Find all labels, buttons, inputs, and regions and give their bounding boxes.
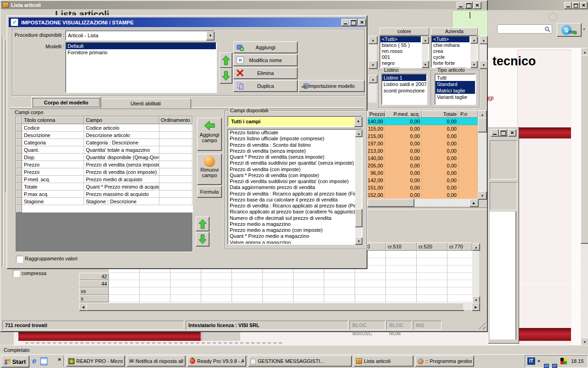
- model-move-down-button[interactable]: [220, 68, 232, 84]
- scroll-up-icon[interactable]: ▲: [368, 36, 378, 44]
- row-selector[interactable]: [16, 139, 22, 146]
- lista-minimize-button[interactable]: [457, 2, 465, 9]
- list-item[interactable]: Prezzi di vendita suddivisi per quantita…: [228, 160, 355, 166]
- search-icon[interactable]: [542, 25, 552, 33]
- messenger-close-button[interactable]: ✕: [508, 129, 516, 137]
- col-ordinamento[interactable]: Ordinamento: [159, 116, 192, 124]
- row-selector[interactable]: [16, 154, 22, 161]
- scroll-down-icon[interactable]: ▼: [478, 191, 487, 200]
- size-col-3[interactable]: cr.770: [447, 242, 472, 251]
- procedure-combobox[interactable]: Articoli - Lista: [65, 30, 215, 40]
- list-item[interactable]: Prezzi di vendita suddivisi per quantita…: [228, 178, 355, 184]
- tab-corpo-del-modello[interactable]: Corpo del modello: [31, 97, 101, 109]
- lista-titlebar[interactable]: Lista articoli: [1, 1, 487, 9]
- size-col-2[interactable]: cr.520: [417, 242, 447, 251]
- row-selector[interactable]: [16, 124, 22, 132]
- task-readypro-web[interactable]: READY PRO - Microsoft ...: [66, 356, 125, 367]
- list-item[interactable]: Prezzo base da cui calcolare il prezzo d…: [228, 197, 355, 203]
- size-col-1[interactable]: cr.510: [386, 242, 417, 251]
- row-selector[interactable]: [16, 146, 22, 154]
- browser-close-button[interactable]: ✕: [580, 2, 588, 9]
- table-row[interactable]: 140,00 0,00 0,00: [368, 118, 478, 125]
- list-item[interactable]: Prezzo di vendita (senza imposte): [228, 148, 355, 154]
- aggiungi-campo-button[interactable]: Aggiungi campo: [197, 118, 222, 151]
- tray-app-icon[interactable]: [560, 358, 567, 364]
- row-header[interactable]: xs: [79, 288, 109, 295]
- table-row[interactable]: 197,00 0,00 0,00: [368, 140, 478, 147]
- list-item[interactable]: Data aggiornamento prezzo di vendita: [228, 184, 355, 190]
- ie-icon[interactable]: e: [32, 357, 36, 365]
- table-row[interactable]: Totale Quant * Prezzo minimo di acquisto: [16, 183, 192, 190]
- list-item[interactable]: forte forte: [432, 60, 469, 66]
- size-grid-hscroll-thumb[interactable]: [86, 303, 464, 311]
- table-row[interactable]: 115,00 0,00 0,00: [368, 125, 478, 132]
- dialog-maximize-button[interactable]: [349, 19, 357, 26]
- scroll-down-icon[interactable]: ▼: [368, 61, 378, 69]
- clock[interactable]: 18.15: [571, 358, 584, 364]
- scroll-down-icon[interactable]: ▼: [480, 61, 488, 69]
- dropdown-arrow-icon[interactable]: ▼: [354, 117, 362, 127]
- scroll-right-icon[interactable]: ▶: [472, 303, 480, 311]
- table-row[interactable]: 213,00 0,00 0,00: [368, 147, 478, 155]
- table-row[interactable]: 140,00 0,00 0,00: [368, 155, 478, 162]
- scroll-down-icon[interactable]: ▼: [355, 237, 362, 245]
- chevron-down-icon[interactable]: ▼: [582, 28, 586, 31]
- list-item[interactable]: bianco ( 55 ): [380, 42, 421, 48]
- scroll-up-icon[interactable]: ▲: [368, 75, 378, 83]
- rimuovi-campo-button[interactable]: Rimuovi campo: [197, 154, 222, 185]
- scroll-down-icon[interactable]: ▼: [422, 61, 429, 68]
- grid-hscroll-thumb[interactable]: [368, 199, 414, 207]
- table-row[interactable]: 205,00 0,00 0,00: [368, 162, 478, 169]
- row-selector[interactable]: [16, 183, 22, 190]
- list-item[interactable]: Fornitore primario: [66, 49, 216, 56]
- dialog-close-button[interactable]: ✕: [358, 19, 366, 26]
- task-programma-gestionale[interactable]: :: Programma gestionale ...: [415, 356, 474, 367]
- field-move-down-button[interactable]: [196, 232, 209, 247]
- table-row[interactable]: Prezzo Prezzo di vendita (con imposte): [16, 168, 192, 176]
- list-item[interactable]: negro: [380, 60, 421, 66]
- list-item[interactable]: Numero di cifre decimali sul prezzo di v…: [228, 215, 355, 221]
- size-grid-hscroll-track[interactable]: [463, 303, 472, 310]
- table-row[interactable]: P.med. acq. Prezzo medio di acquisto: [16, 176, 192, 183]
- row-selector[interactable]: [16, 190, 22, 198]
- list-item[interactable]: Listino saldi e 2007: [382, 81, 426, 87]
- list-item[interactable]: Standard: [435, 81, 475, 87]
- start-button[interactable]: Start: [1, 356, 29, 368]
- table-row[interactable]: Quant. Quantita' totale a magazzino: [16, 146, 192, 154]
- dialog-titlebar[interactable]: ✓ IMPOSTAZIONE VISUALIZZAZIONI / STAMPE: [9, 17, 365, 27]
- list-item[interactable]: Prezzo di vendita : Ricarico applicato a…: [228, 203, 355, 209]
- grid-col-totale[interactable]: Totale: [422, 110, 458, 118]
- scroll-up-icon[interactable]: ▲: [472, 243, 480, 251]
- grid-vscroll-thumb[interactable]: [478, 118, 487, 132]
- lista-close-button[interactable]: ✕: [473, 2, 481, 9]
- scroll-up-icon[interactable]: ▲: [422, 36, 429, 44]
- size-grid-vscrollbar[interactable]: [472, 251, 479, 303]
- document-icon[interactable]: [40, 357, 47, 365]
- row-selector[interactable]: [16, 161, 22, 168]
- messenger-minimize-button[interactable]: [491, 129, 499, 137]
- list-item[interactable]: <Tutti>: [380, 36, 421, 42]
- list-item[interactable]: Default: [66, 43, 216, 49]
- scroll-up-icon[interactable]: ▲: [480, 36, 488, 44]
- elimina-button[interactable]: Elimina: [233, 67, 298, 79]
- grid-col-prezzo[interactable]: Prezzo: [368, 110, 385, 118]
- list-item[interactable]: nm.rosso: [380, 48, 421, 54]
- duplica-button[interactable]: Duplica: [233, 80, 298, 92]
- model-move-up-button[interactable]: [220, 52, 232, 68]
- formula-button[interactable]: Formula: [197, 186, 222, 198]
- list-item[interactable]: chie-mihara: [432, 42, 469, 48]
- list-item[interactable]: <Tutti>: [432, 36, 469, 42]
- list-item[interactable]: sconti promozione no: [382, 87, 426, 94]
- list-item[interactable]: Prezzo listino ufficiale: [228, 130, 355, 136]
- list-item[interactable]: Ricarico applicato al prezzo base (carat…: [228, 209, 355, 215]
- task-notifica[interactable]: ✉ Notifica di risposta all'arg...: [127, 356, 186, 367]
- list-item[interactable]: Prezzo medio a magazzino (con imposte): [228, 227, 355, 233]
- scroll-right-icon[interactable]: ▶: [469, 199, 479, 207]
- importazione-modello-button[interactable]: Importazione modello: [299, 80, 365, 92]
- skype-button[interactable]: S 123: [557, 23, 582, 37]
- aggiungi-button[interactable]: Aggiungi: [233, 41, 298, 53]
- list-item[interactable]: Valore approx a magazzino: [228, 240, 355, 244]
- table-row[interactable]: Prezzo Prezzo di vendita (senza imposte): [16, 161, 192, 168]
- tab-utenti-abilitati[interactable]: Utenti abilitati: [100, 98, 191, 109]
- row-header[interactable]: 44: [79, 280, 109, 288]
